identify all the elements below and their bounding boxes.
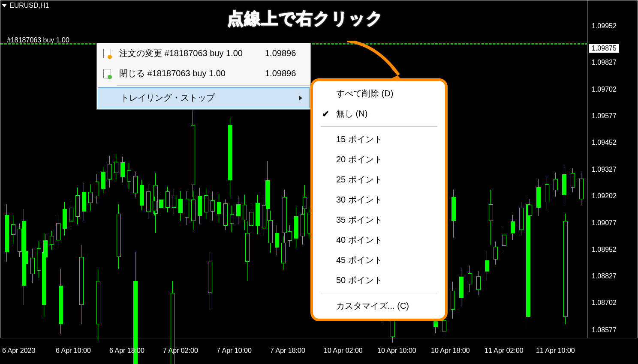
price-axis: 1.099521.098751.098271.097021.095771.094… [587,0,638,338]
price-tick: 1.09327 [592,166,617,173]
menu-item-modify-order[interactable]: 注文の変更 #18187063 buy 1.00 1.09896 [97,43,310,63]
menu-label: トレイリング・ストップ [120,92,293,104]
menu-value: 1.09896 [256,69,304,78]
submenu-label: 50 ポイント [336,274,382,286]
dropdown-icon[interactable] [2,4,7,7]
submenu-label: 45 ポイント [336,254,382,266]
submenu-item-points[interactable]: 30 ポイント [313,190,445,210]
order-context-menu: 注文の変更 #18187063 buy 1.00 1.09896 閉じる #18… [96,43,311,110]
price-tick: 1.08952 [592,246,617,254]
time-tick: 7 Apr 10:00 [217,347,252,355]
submenu-label: 無し (N) [336,108,367,119]
time-tick: 10 Apr 10:00 [377,347,416,355]
submenu-label: カスタマイズ... (C) [336,300,409,312]
document-check-icon [103,69,111,78]
price-tick: 1.09875 [589,44,619,53]
submenu-item-points[interactable]: 15 ポイント [313,129,445,149]
submenu-item-points[interactable]: 40 ポイント [313,230,445,250]
time-tick: 11 Apr 10:00 [536,347,575,355]
menu-label: 注文の変更 #18187063 buy 1.00 [119,48,250,59]
submenu-item-points[interactable]: 45 ポイント [313,250,445,270]
trailing-stop-submenu: すべて削除 (D) ✔ 無し (N) 15 ポイント20 ポイント25 ポイント… [310,78,448,321]
submenu-label: 20 ポイント [336,154,382,165]
price-tick: 1.09452 [592,139,617,146]
time-tick: 11 Apr 02:00 [485,347,524,355]
time-axis: 6 Apr 20236 Apr 10:006 Apr 18:007 Apr 02… [0,338,587,355]
submenu-label: 30 ポイント [336,194,382,206]
time-tick: 10 Apr 18:00 [431,347,470,355]
time-tick: 6 Apr 10:00 [56,347,91,355]
submenu-arrow-icon [299,95,302,101]
time-tick: 7 Apr 02:00 [163,347,198,355]
submenu-item-customize[interactable]: カスタマイズ... (C) [313,296,445,316]
check-icon: ✔ [321,109,330,119]
submenu-item-delete-all[interactable]: すべて削除 (D) [313,84,445,104]
price-tick: 1.09702 [592,86,617,93]
time-tick: 6 Apr 2023 [2,347,35,355]
menu-item-close-order[interactable]: 閉じる #18187063 buy 1.00 1.09896 [97,63,310,84]
symbol-header[interactable]: EURUSD,H1 [2,2,49,9]
menu-label: 閉じる #18187063 buy 1.00 [119,68,250,79]
price-tick: 1.09077 [592,219,617,227]
price-tick: 1.08702 [592,299,617,307]
price-tick: 1.09577 [592,112,617,120]
menu-separator [321,126,437,127]
symbol-label: EURUSD,H1 [9,2,49,9]
time-tick: 10 Apr 02:00 [324,347,363,355]
submenu-item-points[interactable]: 35 ポイント [313,210,445,230]
submenu-label: 40 ポイント [336,234,382,246]
submenu-item-points[interactable]: 20 ポイント [313,149,445,170]
price-tick: 1.09952 [592,22,617,30]
price-tick: 1.09202 [592,192,617,200]
document-gear-icon [103,49,111,58]
time-tick: 6 Apr 18:00 [109,347,144,355]
menu-item-trailing-stop[interactable]: トレイリング・ストップ [98,87,310,108]
menu-separator [117,85,310,86]
submenu-label: すべて削除 (D) [336,88,393,99]
time-tick: 7 Apr 18:00 [270,347,305,355]
annotation-text: 点線上で右クリック [227,8,384,30]
submenu-item-points[interactable]: 25 ポイント [313,170,445,190]
submenu-label: 35 ポイント [336,214,382,226]
submenu-item-none[interactable]: ✔ 無し (N) [313,104,445,124]
menu-value: 1.09896 [256,48,304,58]
price-tick: 1.08577 [592,326,617,334]
submenu-label: 25 ポイント [336,174,382,185]
submenu-item-points[interactable]: 50 ポイント [313,270,445,290]
submenu-label: 15 ポイント [336,134,382,145]
price-tick: 1.09827 [592,59,617,66]
menu-separator [321,293,437,293]
price-tick: 1.08827 [592,272,617,280]
